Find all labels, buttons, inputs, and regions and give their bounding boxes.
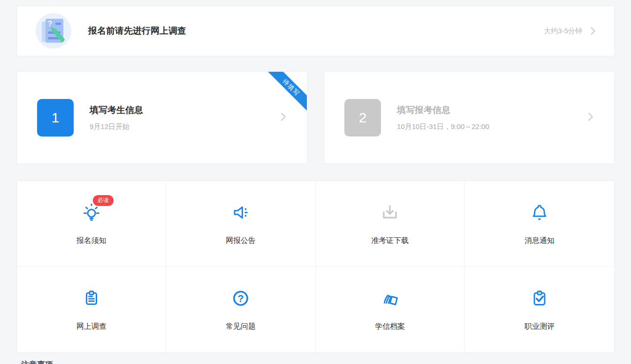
step-number-badge: 2	[344, 99, 381, 136]
bell-icon	[528, 201, 551, 224]
menu-item-label: 准考证下载	[371, 236, 409, 246]
chevron-right-icon	[585, 111, 596, 122]
step-subtitle: 10月10日-31日，9:00～22:00	[397, 122, 489, 131]
clipboard-check-icon	[528, 287, 551, 310]
menu-item-label: 消息通知	[525, 236, 555, 246]
clipboard-icon	[80, 287, 103, 310]
step-number-badge: 1	[37, 99, 74, 136]
documents-fan-icon	[379, 287, 401, 310]
menu-item-label: 学信档案	[375, 322, 405, 332]
chevron-right-icon	[278, 111, 289, 122]
survey-duration-label: 大约3-5分钟	[544, 27, 582, 36]
step-title: 填写报考信息	[397, 104, 489, 116]
menu-item-announcements[interactable]: 网报公告	[166, 181, 315, 267]
survey-illustration-icon: ?	[36, 13, 71, 49]
menu-item-label: 职业测评	[525, 322, 555, 332]
menu-item-label: 网上调查	[76, 322, 106, 332]
menu-item-admission-ticket-download[interactable]: 准考证下载	[316, 181, 465, 267]
survey-banner[interactable]: ? 报名前请先进行网上调查 大约3-5分钟	[16, 6, 615, 56]
menu-item-online-survey[interactable]: 网上调查	[17, 267, 166, 353]
menu-item-career-assessment[interactable]: 职业测评	[465, 267, 614, 353]
step-subtitle: 9月12日开始	[90, 122, 143, 131]
step-title: 填写考生信息	[90, 104, 143, 116]
step-card-candidate-info[interactable]: 1 填写考生信息 9月12日开始 待填写	[16, 71, 307, 164]
download-icon	[379, 201, 401, 224]
svg-text:?: ?	[237, 293, 243, 304]
menu-item-faq[interactable]: ? 常见问题	[166, 267, 315, 353]
step-card-application-info[interactable]: 2 填写报考信息 10月10日-31日，9:00～22:00	[324, 71, 615, 164]
question-icon: ?	[229, 287, 252, 310]
menu-item-label: 常见问题	[226, 322, 256, 332]
chevron-right-icon	[588, 26, 598, 36]
menu-item-label: 网报公告	[226, 236, 256, 246]
pending-ribbon: 待填写	[267, 71, 307, 111]
notes-section-heading: 注意事项	[21, 359, 53, 364]
menu-item-notifications[interactable]: 消息通知	[465, 181, 614, 267]
menu-item-chsi-archive[interactable]: 学信档案	[316, 267, 465, 353]
menu-item-registration-notice[interactable]: 必读 报名须知	[17, 181, 166, 267]
must-read-badge: 必读	[93, 195, 114, 206]
menu-item-label: 报名须知	[76, 236, 106, 246]
survey-banner-title: 报名前请先进行网上调查	[88, 25, 186, 37]
megaphone-icon	[229, 201, 252, 224]
quick-menu-grid: 必读 报名须知 网报公告 准考证下载	[16, 181, 615, 353]
